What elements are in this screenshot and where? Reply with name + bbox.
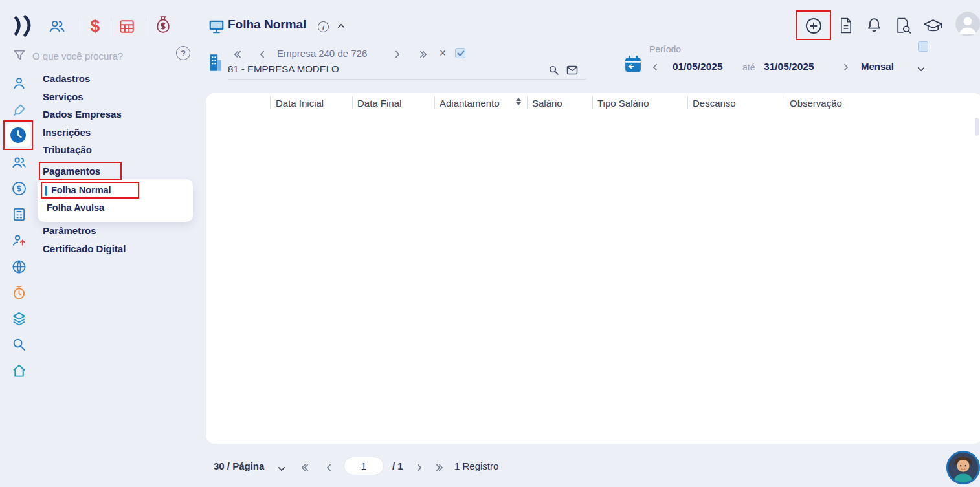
building-icon — [208, 53, 223, 72]
info-icon[interactable]: i — [318, 21, 329, 32]
period-label: Período — [649, 44, 681, 54]
layers-icon[interactable] — [11, 310, 27, 326]
column-separator — [352, 96, 353, 109]
search-input[interactable] — [32, 47, 168, 64]
column-header-descanso[interactable]: Descanso — [693, 98, 736, 109]
prev-page-icon[interactable] — [326, 463, 334, 472]
page-number-input[interactable]: 1 — [344, 457, 384, 475]
billing-table-icon[interactable] — [118, 18, 136, 35]
topbar-separator — [78, 17, 78, 36]
home-icon[interactable] — [11, 363, 27, 378]
column-header-tipo-salario[interactable]: Tipo Salário — [597, 98, 649, 109]
period-checkbox[interactable] — [918, 41, 928, 52]
topbar-separator — [111, 17, 111, 36]
column-header-observacao[interactable]: Observação — [790, 98, 842, 109]
period-end-date[interactable]: 31/05/2025 — [764, 61, 814, 72]
first-page-icon[interactable] — [299, 463, 313, 472]
company-name-field[interactable]: 81 - EMPRESA MODELO — [228, 63, 339, 74]
monitor-icon — [207, 18, 225, 35]
active-item-bar — [45, 186, 47, 196]
sidebar-item-cadastros[interactable]: Cadastros — [43, 73, 90, 84]
company-first-icon[interactable] — [232, 50, 246, 59]
document-icon[interactable] — [838, 16, 854, 34]
period-until-label: até — [742, 62, 755, 72]
mail-icon[interactable] — [566, 64, 579, 76]
period-start-date[interactable]: 01/05/2025 — [673, 61, 723, 72]
filter-icon[interactable] — [12, 47, 27, 63]
assistant-avatar[interactable] — [946, 451, 980, 484]
calculator-icon[interactable] — [11, 206, 27, 222]
topbar-separator — [146, 17, 146, 36]
clock-icon — [10, 127, 27, 144]
collapse-header-icon[interactable] — [337, 23, 346, 31]
sidebar-rail-clock-selected[interactable] — [6, 123, 30, 147]
sidebar-item-dados-empresas[interactable]: Dados Empresas — [43, 109, 122, 120]
page-size-select[interactable]: 30 / Página — [214, 460, 264, 471]
sidebar-item-certificado-digital[interactable]: Certificado Digital — [43, 243, 126, 254]
total-pages-label: / 1 — [392, 460, 403, 471]
users-icon[interactable] — [48, 18, 66, 35]
submenu-item-folha-normal[interactable]: Folha Normal — [51, 185, 111, 195]
table-scrollbar-thumb[interactable] — [975, 118, 979, 136]
company-search-icon[interactable] — [548, 64, 560, 76]
column-separator — [434, 96, 435, 109]
column-separator — [785, 96, 785, 109]
period-next-icon[interactable] — [841, 63, 849, 72]
calendar-icon — [623, 54, 643, 74]
add-record-icon[interactable] — [804, 16, 823, 35]
column-separator — [270, 96, 271, 109]
notifications-bell-icon[interactable] — [865, 16, 882, 34]
period-prev-icon[interactable] — [652, 63, 660, 72]
sort-icon[interactable] — [516, 98, 521, 105]
company-clear-icon[interactable]: ✕ — [438, 47, 448, 59]
sidebar-item-tributacao[interactable]: Tributação — [43, 144, 92, 155]
person-icon[interactable] — [11, 75, 27, 91]
sidebar-item-servicos[interactable]: Serviços — [43, 91, 84, 102]
last-page-icon[interactable] — [431, 463, 445, 472]
money-bag-icon[interactable] — [154, 16, 172, 35]
company-next-icon[interactable] — [392, 50, 400, 59]
training-cap-icon[interactable] — [922, 17, 943, 34]
app-root: $ Folha Normal i — [0, 0, 980, 487]
column-header-salario[interactable]: Salário — [532, 98, 562, 109]
stopwatch-icon[interactable] — [11, 285, 27, 300]
app-logo[interactable] — [10, 14, 35, 38]
column-header-data-inicial[interactable]: Data Inicial — [276, 98, 324, 109]
company-last-icon[interactable] — [415, 50, 429, 59]
sidebar-item-parametros[interactable]: Parâmetros — [43, 225, 96, 236]
pagamentos-submenu: Folha Normal Folha Avulsa — [38, 179, 193, 222]
search-icon[interactable] — [11, 336, 27, 352]
brush-icon[interactable] — [11, 102, 27, 118]
period-frequency-select[interactable]: Mensal — [861, 61, 894, 72]
column-header-data-final[interactable]: Data Final — [357, 98, 401, 109]
page-title: Folha Normal — [228, 17, 306, 32]
column-separator — [527, 96, 528, 109]
person-promote-icon[interactable] — [11, 232, 27, 248]
sidebar-item-inscricoes[interactable]: Inscrições — [43, 127, 91, 138]
document-search-icon[interactable] — [894, 16, 912, 34]
column-header-adiantamento[interactable]: Adiantamento — [440, 98, 500, 109]
column-separator — [592, 96, 593, 109]
dollar-icon[interactable]: $ — [87, 16, 104, 36]
content-card — [206, 93, 980, 444]
help-icon[interactable]: ? — [176, 46, 190, 60]
sidebar-item-pagamentos[interactable]: Pagamentos — [43, 166, 100, 177]
user-avatar[interactable] — [955, 12, 980, 36]
next-page-icon[interactable] — [414, 463, 422, 472]
team-icon[interactable] — [11, 155, 27, 170]
company-active-checkbox[interactable] — [455, 48, 465, 58]
frequency-dropdown-icon[interactable] — [917, 63, 926, 72]
page-size-dropdown-icon[interactable] — [277, 463, 286, 472]
company-prev-icon[interactable] — [260, 50, 267, 59]
column-separator — [687, 96, 688, 109]
submenu-item-folha-avulsa[interactable]: Folha Avulsa — [47, 202, 104, 213]
company-nav-label: Empresa 240 de 726 — [277, 48, 367, 59]
company-field-underline — [228, 79, 586, 80]
globe-icon[interactable] — [11, 259, 27, 274]
records-count-label: 1 Registro — [454, 460, 498, 471]
dollar-circle-icon[interactable] — [11, 180, 27, 196]
